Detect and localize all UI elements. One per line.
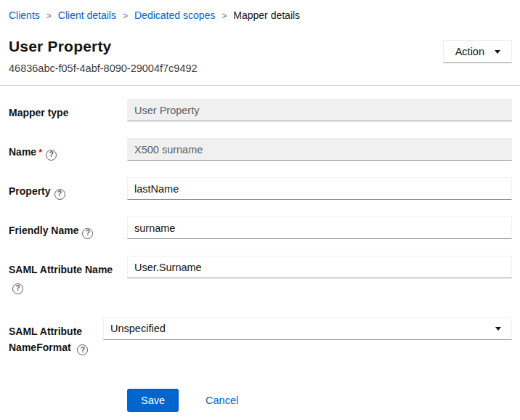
mapper-id: 46836abc-f05f-4abf-8090-29004f7c9492	[9, 62, 198, 74]
page-title: User Property	[9, 38, 198, 55]
form-row-saml-attribute-name: SAML Attribute Name ?	[9, 256, 512, 294]
saml-attribute-name-label: SAML Attribute Name ?	[9, 256, 121, 294]
property-help-icon[interactable]: ?	[54, 189, 65, 200]
breadcrumb-separator-icon: >	[222, 10, 227, 21]
form-row-property: Property?	[9, 177, 512, 200]
saml-attribute-name-help-icon[interactable]: ?	[12, 283, 23, 294]
required-asterisk: *	[38, 147, 42, 158]
mapper-type-label-text: Mapper type	[9, 107, 68, 118]
chevron-down-icon	[495, 327, 501, 331]
breadcrumb-mapper-details: Mapper details	[233, 9, 300, 21]
chevron-down-icon	[495, 50, 500, 54]
save-button[interactable]: Save	[127, 389, 179, 412]
saml-attribute-name-input[interactable]	[127, 256, 512, 278]
friendly-name-label: Friendly Name?	[9, 217, 121, 239]
breadcrumb-client-details[interactable]: Client details	[58, 9, 116, 21]
breadcrumb-clients[interactable]: Clients	[9, 9, 40, 21]
selected-option-label: Unspecified	[110, 323, 166, 334]
action-menu-button[interactable]: Action	[443, 40, 512, 63]
saml-attribute-name-label-text: SAML Attribute Name	[9, 264, 113, 275]
saml-attribute-name-control	[127, 256, 512, 278]
friendly-name-label-text: Friendly Name	[9, 225, 78, 236]
saml-attribute-nameformat-label: SAML Attribute NameFormat ?	[9, 318, 97, 356]
name-input	[127, 138, 512, 161]
form-row-name: Name*?	[9, 138, 512, 161]
form-actions: Save Cancel	[127, 389, 512, 412]
breadcrumb-dedicated-scopes[interactable]: Dedicated scopes	[134, 9, 215, 21]
mapper-type-input	[127, 99, 512, 121]
header-divider	[0, 85, 520, 86]
mapper-type-label: Mapper type	[9, 99, 121, 121]
form-row-saml-attribute-nameformat: SAML Attribute NameFormat ? Unspecified	[9, 318, 512, 356]
property-label-text: Property	[9, 185, 51, 197]
cancel-link[interactable]: Cancel	[206, 395, 238, 406]
mapper-form: Mapper type Name*? Property?	[9, 99, 512, 412]
property-control	[127, 177, 512, 200]
mapper-details-page: Clients > Client details > Dedicated sco…	[0, 0, 520, 412]
title-block: User Property 46836abc-f05f-4abf-8090-29…	[9, 38, 198, 74]
breadcrumb-separator-icon: >	[46, 10, 52, 21]
name-label-text: Name	[9, 146, 36, 158]
breadcrumb: Clients > Client details > Dedicated sco…	[9, 0, 512, 21]
page-header: User Property 46836abc-f05f-4abf-8090-29…	[9, 38, 512, 74]
action-menu-label: Action	[455, 46, 484, 57]
name-label: Name*?	[9, 138, 121, 161]
name-help-icon[interactable]: ?	[46, 150, 57, 161]
form-row-mapper-type: Mapper type	[9, 99, 512, 121]
name-control	[127, 138, 512, 161]
saml-attribute-nameformat-control: Unspecified	[103, 318, 512, 340]
property-label: Property?	[9, 177, 121, 200]
property-input[interactable]	[127, 177, 512, 200]
saml-attribute-nameformat-label-text: SAML Attribute NameFormat	[9, 326, 82, 353]
form-row-friendly-name: Friendly Name?	[9, 217, 512, 239]
friendly-name-control	[127, 217, 512, 239]
mapper-type-control	[127, 99, 512, 121]
friendly-name-help-icon[interactable]: ?	[82, 228, 93, 239]
breadcrumb-separator-icon: >	[123, 10, 128, 21]
saml-attribute-nameformat-select[interactable]: Unspecified	[103, 318, 512, 340]
saml-attribute-nameformat-help-icon[interactable]: ?	[77, 344, 88, 355]
friendly-name-input[interactable]	[127, 217, 512, 239]
